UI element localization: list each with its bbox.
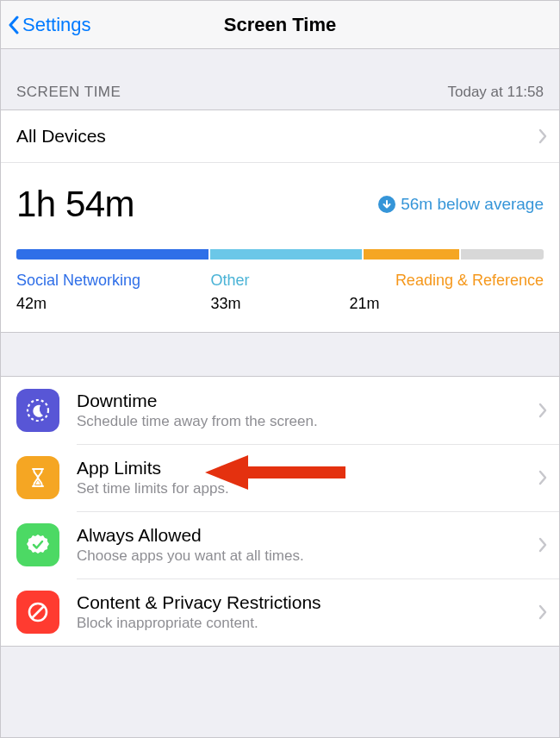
- chevron-left-icon: [8, 16, 19, 34]
- all-devices-row[interactable]: All Devices: [1, 110, 559, 163]
- category-legend: Social Networking 42m Other 33m Reading …: [16, 272, 544, 313]
- back-button[interactable]: Settings: [1, 14, 91, 36]
- category-duration: 33m: [210, 295, 349, 313]
- clock-moon-icon: [16, 389, 59, 432]
- category-duration: 42m: [16, 295, 210, 313]
- compare-average: 56m below average: [378, 195, 544, 214]
- row-title: Downtime: [77, 391, 538, 411]
- bar-segment-social: [16, 249, 208, 260]
- hourglass-icon: [16, 456, 59, 499]
- row-subtitle: Block inappropriate content.: [77, 615, 538, 632]
- bar-segment-other: [210, 249, 361, 260]
- row-app-limits[interactable]: App Limits Set time limits for apps.: [1, 444, 559, 511]
- row-title: Always Allowed: [77, 525, 538, 546]
- category-name: Social Networking: [16, 272, 210, 290]
- section-header-left: SCREEN TIME: [16, 84, 121, 101]
- category-duration: 21m: [350, 295, 544, 313]
- chevron-right-icon: [538, 537, 547, 553]
- total-time: 1h 54m: [16, 184, 134, 225]
- chevron-right-icon: [538, 470, 547, 485]
- row-always-allowed[interactable]: Always Allowed Choose apps you want at a…: [1, 511, 559, 579]
- arrow-down-circle-icon: [378, 196, 395, 213]
- row-title: App Limits: [77, 458, 538, 478]
- category-other: Other 33m: [210, 272, 349, 313]
- row-downtime[interactable]: Downtime Schedule time away from the scr…: [1, 377, 559, 444]
- bar-segment-remaining: [461, 249, 544, 260]
- compare-text: 56m below average: [401, 195, 544, 214]
- navbar: Settings Screen Time: [1, 1, 559, 49]
- row-subtitle: Schedule time away from the screen.: [77, 413, 538, 430]
- no-symbol-icon: [16, 591, 59, 634]
- row-subtitle: Set time limits for apps.: [77, 480, 538, 497]
- category-name: Other: [210, 272, 349, 290]
- chevron-right-icon: [538, 604, 547, 620]
- section-header: SCREEN TIME Today at 11:58: [1, 49, 559, 109]
- row-content-privacy[interactable]: Content & Privacy Restrictions Block ina…: [1, 579, 559, 646]
- category-name: Reading & Reference: [350, 272, 544, 290]
- options-list: Downtime Schedule time away from the scr…: [1, 376, 559, 647]
- usage-summary: 1h 54m 56m below average Social Networki…: [1, 163, 559, 332]
- row-title: Content & Privacy Restrictions: [77, 592, 538, 613]
- all-devices-label: All Devices: [16, 126, 106, 147]
- row-subtitle: Choose apps you want at all times.: [77, 547, 538, 565]
- checkmark-seal-icon: [16, 523, 59, 566]
- section-header-right: Today at 11:58: [447, 84, 544, 101]
- category-reading: Reading & Reference 21m: [350, 272, 544, 313]
- chevron-right-icon: [538, 403, 547, 418]
- svg-line-5: [32, 606, 44, 618]
- back-label: Settings: [22, 14, 91, 36]
- bar-segment-reading: [364, 249, 460, 260]
- usage-card: All Devices 1h 54m 56m below average Soc…: [1, 109, 559, 333]
- spacer: [1, 333, 559, 376]
- chevron-right-icon: [538, 128, 547, 144]
- usage-bar: [16, 249, 544, 260]
- category-social: Social Networking 42m: [16, 272, 210, 313]
